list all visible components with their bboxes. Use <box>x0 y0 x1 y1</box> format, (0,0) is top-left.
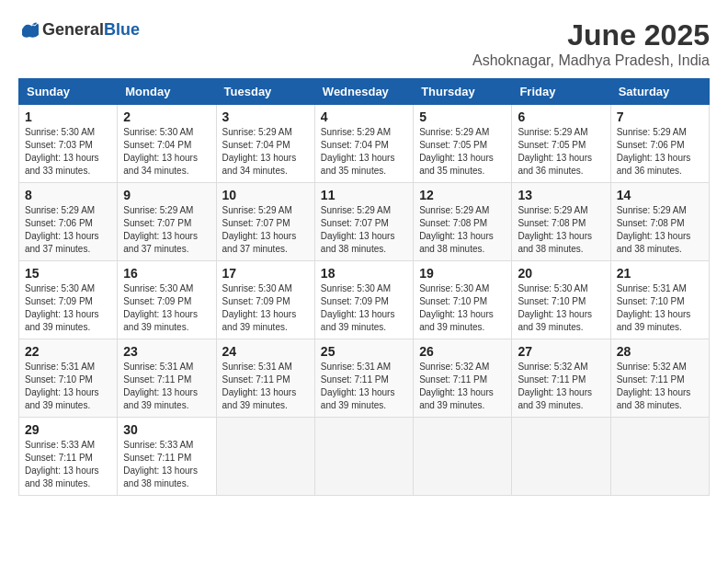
day-number: 25 <box>321 344 407 359</box>
day-info: Sunrise: 5:30 AM Sunset: 7:09 PM Dayligh… <box>123 282 210 334</box>
day-info: Sunrise: 5:32 AM Sunset: 7:11 PM Dayligh… <box>518 361 604 412</box>
day-info: Sunrise: 5:31 AM Sunset: 7:10 PM Dayligh… <box>25 361 111 412</box>
day-number: 30 <box>123 422 210 437</box>
calendar-cell: 21Sunrise: 5:31 AM Sunset: 7:10 PM Dayli… <box>610 261 709 339</box>
day-info: Sunrise: 5:32 AM Sunset: 7:11 PM Dayligh… <box>419 361 506 412</box>
day-info: Sunrise: 5:30 AM Sunset: 7:03 PM Dayligh… <box>25 126 111 178</box>
calendar-cell: 11Sunrise: 5:29 AM Sunset: 7:07 PM Dayli… <box>314 183 413 261</box>
day-number: 11 <box>321 188 407 202</box>
calendar-cell: 15Sunrise: 5:30 AM Sunset: 7:09 PM Dayli… <box>19 261 118 339</box>
col-wednesday: Wednesday <box>314 79 413 105</box>
day-number: 15 <box>25 266 111 281</box>
day-number: 6 <box>518 109 604 124</box>
day-info: Sunrise: 5:29 AM Sunset: 7:08 PM Dayligh… <box>419 204 506 256</box>
day-number: 22 <box>25 344 111 359</box>
day-number: 4 <box>321 109 407 124</box>
calendar-cell: 22Sunrise: 5:31 AM Sunset: 7:10 PM Dayli… <box>19 339 118 418</box>
calendar-cell: 26Sunrise: 5:32 AM Sunset: 7:11 PM Dayli… <box>414 339 512 418</box>
col-saturday: Saturday <box>610 79 709 105</box>
day-info: Sunrise: 5:33 AM Sunset: 7:11 PM Dayligh… <box>25 439 111 490</box>
day-info: Sunrise: 5:31 AM Sunset: 7:11 PM Dayligh… <box>222 361 309 412</box>
day-number: 19 <box>419 266 506 281</box>
day-number: 8 <box>25 188 111 202</box>
calendar-cell <box>512 418 610 496</box>
calendar-cell: 24Sunrise: 5:31 AM Sunset: 7:11 PM Dayli… <box>216 339 314 418</box>
calendar-cell <box>216 418 314 496</box>
calendar-week-1: 1Sunrise: 5:30 AM Sunset: 7:03 PM Daylig… <box>19 105 710 183</box>
day-number: 20 <box>518 266 604 281</box>
day-info: Sunrise: 5:29 AM Sunset: 7:07 PM Dayligh… <box>321 204 407 256</box>
day-info: Sunrise: 5:30 AM Sunset: 7:10 PM Dayligh… <box>419 282 506 334</box>
calendar-week-2: 8Sunrise: 5:29 AM Sunset: 7:06 PM Daylig… <box>19 183 710 261</box>
day-number: 21 <box>617 266 703 281</box>
day-info: Sunrise: 5:29 AM Sunset: 7:05 PM Dayligh… <box>419 126 506 178</box>
calendar-cell: 5Sunrise: 5:29 AM Sunset: 7:05 PM Daylig… <box>414 105 512 183</box>
month-title: June 2025 <box>472 18 710 52</box>
day-number: 2 <box>123 109 210 124</box>
calendar-cell: 20Sunrise: 5:30 AM Sunset: 7:10 PM Dayli… <box>512 261 610 339</box>
calendar-cell <box>610 418 709 496</box>
calendar-cell: 27Sunrise: 5:32 AM Sunset: 7:11 PM Dayli… <box>512 339 610 418</box>
logo-icon <box>18 18 40 40</box>
day-number: 1 <box>25 109 111 124</box>
day-info: Sunrise: 5:30 AM Sunset: 7:09 PM Dayligh… <box>25 282 111 334</box>
day-info: Sunrise: 5:29 AM Sunset: 7:06 PM Dayligh… <box>617 126 703 178</box>
calendar-cell: 13Sunrise: 5:29 AM Sunset: 7:08 PM Dayli… <box>512 183 610 261</box>
calendar-table: Sunday Monday Tuesday Wednesday Thursday… <box>18 78 710 496</box>
day-number: 12 <box>419 188 506 202</box>
day-info: Sunrise: 5:29 AM Sunset: 7:07 PM Dayligh… <box>123 204 210 256</box>
day-number: 18 <box>321 266 407 281</box>
day-number: 14 <box>617 188 703 202</box>
calendar-cell: 1Sunrise: 5:30 AM Sunset: 7:03 PM Daylig… <box>19 105 118 183</box>
day-info: Sunrise: 5:30 AM Sunset: 7:09 PM Dayligh… <box>321 282 407 334</box>
calendar-week-5: 29Sunrise: 5:33 AM Sunset: 7:11 PM Dayli… <box>19 418 710 496</box>
day-info: Sunrise: 5:33 AM Sunset: 7:11 PM Dayligh… <box>123 439 210 490</box>
calendar-cell: 10Sunrise: 5:29 AM Sunset: 7:07 PM Dayli… <box>216 183 314 261</box>
calendar-cell: 6Sunrise: 5:29 AM Sunset: 7:05 PM Daylig… <box>512 105 610 183</box>
logo: GeneralBlue <box>18 18 140 40</box>
col-monday: Monday <box>118 79 216 105</box>
day-info: Sunrise: 5:29 AM Sunset: 7:07 PM Dayligh… <box>222 204 309 256</box>
day-number: 26 <box>419 344 506 359</box>
day-number: 13 <box>518 188 604 202</box>
calendar-week-3: 15Sunrise: 5:30 AM Sunset: 7:09 PM Dayli… <box>19 261 710 339</box>
day-info: Sunrise: 5:29 AM Sunset: 7:08 PM Dayligh… <box>518 204 604 256</box>
day-number: 17 <box>222 266 309 281</box>
day-info: Sunrise: 5:29 AM Sunset: 7:04 PM Dayligh… <box>321 126 407 178</box>
day-number: 23 <box>123 344 210 359</box>
day-info: Sunrise: 5:31 AM Sunset: 7:10 PM Dayligh… <box>617 282 703 334</box>
calendar-cell: 19Sunrise: 5:30 AM Sunset: 7:10 PM Dayli… <box>414 261 512 339</box>
day-info: Sunrise: 5:29 AM Sunset: 7:04 PM Dayligh… <box>222 126 309 178</box>
calendar-cell: 30Sunrise: 5:33 AM Sunset: 7:11 PM Dayli… <box>118 418 216 496</box>
calendar-cell: 25Sunrise: 5:31 AM Sunset: 7:11 PM Dayli… <box>314 339 413 418</box>
calendar-cell: 8Sunrise: 5:29 AM Sunset: 7:06 PM Daylig… <box>19 183 118 261</box>
day-number: 5 <box>419 109 506 124</box>
calendar-header-row: Sunday Monday Tuesday Wednesday Thursday… <box>19 79 710 105</box>
day-number: 27 <box>518 344 604 359</box>
day-info: Sunrise: 5:30 AM Sunset: 7:09 PM Dayligh… <box>222 282 309 334</box>
day-number: 10 <box>222 188 309 202</box>
logo-general: General <box>42 20 104 40</box>
calendar-cell: 16Sunrise: 5:30 AM Sunset: 7:09 PM Dayli… <box>118 261 216 339</box>
calendar-cell: 7Sunrise: 5:29 AM Sunset: 7:06 PM Daylig… <box>610 105 709 183</box>
calendar-cell: 18Sunrise: 5:30 AM Sunset: 7:09 PM Dayli… <box>314 261 413 339</box>
col-thursday: Thursday <box>414 79 512 105</box>
day-info: Sunrise: 5:30 AM Sunset: 7:04 PM Dayligh… <box>123 126 210 178</box>
calendar-cell: 3Sunrise: 5:29 AM Sunset: 7:04 PM Daylig… <box>216 105 314 183</box>
title-area: June 2025 Ashoknagar, Madhya Pradesh, In… <box>472 18 710 69</box>
calendar-cell: 12Sunrise: 5:29 AM Sunset: 7:08 PM Dayli… <box>414 183 512 261</box>
day-info: Sunrise: 5:31 AM Sunset: 7:11 PM Dayligh… <box>321 361 407 412</box>
calendar-cell <box>314 418 413 496</box>
calendar-week-4: 22Sunrise: 5:31 AM Sunset: 7:10 PM Dayli… <box>19 339 710 418</box>
day-number: 7 <box>617 109 703 124</box>
calendar-cell: 9Sunrise: 5:29 AM Sunset: 7:07 PM Daylig… <box>118 183 216 261</box>
day-info: Sunrise: 5:29 AM Sunset: 7:08 PM Dayligh… <box>617 204 703 256</box>
day-info: Sunrise: 5:29 AM Sunset: 7:06 PM Dayligh… <box>25 204 111 256</box>
location-title: Ashoknagar, Madhya Pradesh, India <box>472 52 710 69</box>
day-number: 29 <box>25 422 111 437</box>
day-number: 28 <box>617 344 703 359</box>
col-sunday: Sunday <box>19 79 118 105</box>
day-number: 3 <box>222 109 309 124</box>
calendar-cell: 14Sunrise: 5:29 AM Sunset: 7:08 PM Dayli… <box>610 183 709 261</box>
calendar-cell: 29Sunrise: 5:33 AM Sunset: 7:11 PM Dayli… <box>19 418 118 496</box>
